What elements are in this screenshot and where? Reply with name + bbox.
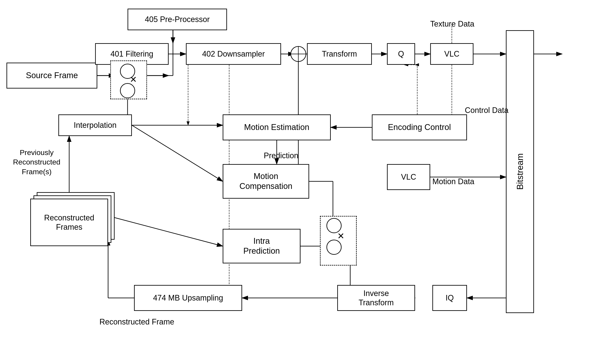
switch-1-x: ✕ — [130, 75, 137, 84]
motion-compensation-block: Motion Compensation — [223, 164, 309, 199]
mb-upsampling-block: 474 MB Upsampling — [134, 285, 242, 311]
switch-1-bottom-circle — [120, 83, 135, 98]
pre-processor-block: 405 Pre-Processor — [127, 9, 227, 30]
vlc-mid-block: VLC — [387, 164, 430, 190]
svg-line-41 — [108, 216, 223, 246]
motion-estimation-block: Motion Estimation — [223, 115, 331, 140]
reconstructed-frame-label: Reconstructed Frame — [99, 317, 174, 326]
transform-block: Transform — [307, 43, 372, 65]
intra-prediction-block: Intra Prediction — [223, 229, 301, 263]
source-frame-block: Source Frame — [6, 63, 97, 89]
prediction-label: Prediction — [264, 151, 298, 160]
downsampler-block: 402 Downsampler — [186, 43, 281, 65]
texture-data-label: Texture Data — [430, 19, 474, 28]
inverse-transform-block: Inverse Transform — [337, 285, 415, 311]
diagram: Source Frame 405 Pre-Processor 401 Filte… — [0, 0, 609, 364]
encoding-control-block: Encoding Control — [372, 115, 467, 140]
previously-reconstructed-label: Previously Reconstructed Frame(s) — [13, 138, 60, 176]
iq-block: IQ — [432, 285, 467, 311]
switch-2-bottom-circle — [326, 240, 342, 255]
svg-line-29 — [132, 125, 223, 181]
motion-data-label: Motion Data — [432, 177, 474, 186]
control-data-label: Control Data — [465, 106, 509, 115]
switch-2-x: ✕ — [337, 231, 345, 241]
bitstream-block: Bitstream — [506, 30, 534, 313]
svg-point-43 — [291, 46, 306, 62]
reconstructed-frames-block: Reconstructed Frames — [30, 199, 108, 246]
interpolation-block: Interpolation — [58, 115, 132, 136]
q-block: Q — [387, 43, 415, 65]
vlc-top-block: VLC — [430, 43, 473, 65]
